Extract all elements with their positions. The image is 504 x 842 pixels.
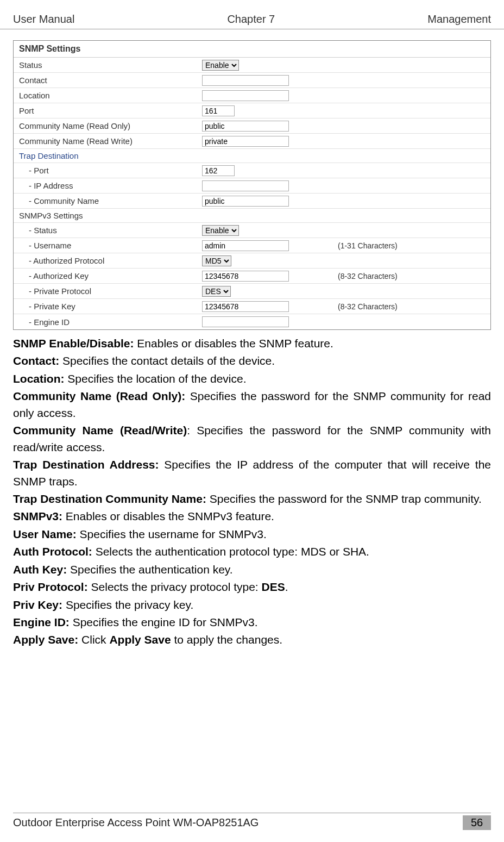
footer-product-name: Outdoor Enterprise Access Point WM-OAP82… bbox=[13, 816, 463, 829]
page-number: 56 bbox=[463, 815, 491, 830]
description-block: SNMP Enable/Disable: Enables or disables… bbox=[13, 335, 491, 648]
desc-contact: Contact: Specifies the contact details o… bbox=[13, 353, 491, 369]
label-trap-ip: - IP Address bbox=[14, 179, 202, 192]
label-status: Status bbox=[14, 59, 202, 71]
header-right: Management bbox=[427, 13, 491, 26]
snmp-panel-title: SNMP Settings bbox=[14, 41, 490, 58]
page-footer: Outdoor Enterprise Access Point WM-OAP82… bbox=[13, 813, 491, 830]
input-comm-rw[interactable] bbox=[202, 136, 289, 147]
row-comm-rw: Community Name (Read Write) bbox=[14, 134, 490, 149]
note-v3-authkey: (8-32 Characters) bbox=[316, 272, 490, 280]
label-v3-authkey: - Authorized Key bbox=[14, 270, 202, 282]
snmpv3-header: SNMPv3 Settings bbox=[14, 209, 490, 223]
select-status[interactable]: Enable bbox=[202, 60, 239, 71]
input-v3-authkey[interactable] bbox=[202, 271, 289, 282]
note-v3-privkey: (8-32 Characters) bbox=[316, 302, 490, 311]
input-v3-user[interactable] bbox=[202, 240, 289, 251]
label-v3-privkey: - Private Key bbox=[14, 300, 202, 313]
row-trap-comm: - Community Name bbox=[14, 194, 490, 209]
label-comm-rw: Community Name (Read Write) bbox=[14, 135, 202, 147]
select-v3-status[interactable]: Enable bbox=[202, 225, 239, 236]
label-port: Port bbox=[14, 104, 202, 117]
desc-username: User Name: Specifies the username for SN… bbox=[13, 526, 491, 542]
row-v3-privproto: - Private Protocol DES bbox=[14, 284, 490, 299]
snmp-settings-panel: SNMP Settings Status Enable Contact Loca… bbox=[13, 40, 491, 330]
row-v3-user: - Username (1-31 Characters) bbox=[14, 238, 490, 253]
select-v3-authproto[interactable]: MD5 bbox=[202, 255, 231, 266]
label-v3-status: - Status bbox=[14, 224, 202, 236]
desc-snmpv3: SNMPv3: Enables or disables the SNMPv3 f… bbox=[13, 508, 491, 525]
row-contact: Contact bbox=[14, 73, 490, 88]
input-port[interactable] bbox=[202, 105, 235, 116]
row-port: Port bbox=[14, 103, 490, 118]
desc-trap-addr: Trap Destination Address: Specifies the … bbox=[13, 457, 491, 490]
trap-destination-header: Trap Destination bbox=[14, 149, 490, 163]
desc-trap-comm: Trap Destination Community Name: Specifi… bbox=[13, 491, 491, 507]
input-v3-privkey[interactable] bbox=[202, 301, 289, 312]
row-trap-ip: - IP Address bbox=[14, 178, 490, 194]
row-v3-authproto: - Authorized Protocol MD5 bbox=[14, 253, 490, 269]
row-trap-port: - Port bbox=[14, 163, 490, 178]
label-trap-port: - Port bbox=[14, 164, 202, 177]
label-contact: Contact bbox=[14, 74, 202, 86]
note-v3-user: (1-31 Characters) bbox=[316, 241, 490, 250]
desc-priv-key: Priv Key: Specifies the privacy key. bbox=[13, 597, 491, 613]
desc-auth-protocol: Auth Protocol: Selects the authenticatio… bbox=[13, 544, 491, 560]
header-left: User Manual bbox=[13, 13, 74, 26]
input-trap-comm[interactable] bbox=[202, 196, 289, 207]
label-v3-user: - Username bbox=[14, 239, 202, 252]
input-comm-ro[interactable] bbox=[202, 121, 289, 132]
label-location: Location bbox=[14, 89, 202, 102]
row-location: Location bbox=[14, 88, 490, 103]
desc-auth-key: Auth Key: Specifies the authentication k… bbox=[13, 562, 491, 578]
input-trap-port[interactable] bbox=[202, 165, 235, 176]
row-v3-engine: - Engine ID bbox=[14, 314, 490, 329]
desc-comm-ro: Community Name (Read Only): Specifies th… bbox=[13, 388, 491, 421]
row-status: Status Enable bbox=[14, 58, 490, 73]
row-v3-status: - Status Enable bbox=[14, 223, 490, 238]
desc-engine-id: Engine ID: Specifies the engine ID for S… bbox=[13, 614, 491, 631]
label-v3-engine: - Engine ID bbox=[14, 316, 202, 328]
input-location[interactable] bbox=[202, 90, 289, 101]
header-center: Chapter 7 bbox=[227, 13, 275, 26]
row-v3-authkey: - Authorized Key (8-32 Characters) bbox=[14, 269, 490, 284]
input-contact[interactable] bbox=[202, 75, 289, 86]
label-v3-authproto: - Authorized Protocol bbox=[14, 254, 202, 267]
row-v3-privkey: - Private Key (8-32 Characters) bbox=[14, 299, 490, 314]
desc-location: Location: Specifies the location of the … bbox=[13, 371, 491, 387]
desc-comm-rw: Community Name (Read/Write): Specifies t… bbox=[13, 422, 491, 456]
desc-snmp-enable: SNMP Enable/Disable: Enables or disables… bbox=[13, 335, 491, 352]
label-v3-privproto: - Private Protocol bbox=[14, 285, 202, 297]
desc-apply-save: Apply Save: Click Apply Save to apply th… bbox=[13, 632, 491, 648]
desc-priv-protocol: Priv Protocol: Selects the privacy proto… bbox=[13, 579, 491, 595]
label-trap-comm: - Community Name bbox=[14, 195, 202, 207]
input-v3-engine[interactable] bbox=[202, 316, 289, 327]
input-trap-ip[interactable] bbox=[202, 180, 289, 191]
page-header: User Manual Chapter 7 Management bbox=[0, 0, 504, 29]
label-comm-ro: Community Name (Read Only) bbox=[14, 120, 202, 132]
row-comm-ro: Community Name (Read Only) bbox=[14, 118, 490, 134]
select-v3-privproto[interactable]: DES bbox=[202, 286, 231, 297]
